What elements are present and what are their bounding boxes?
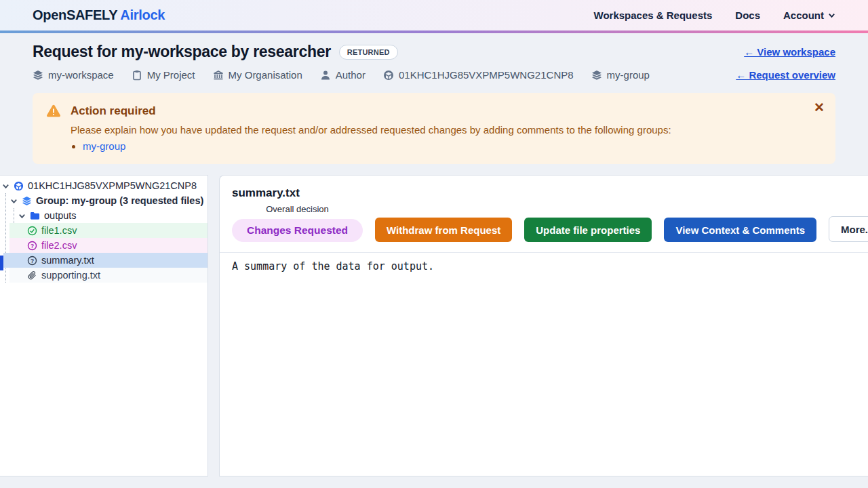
request-overview-link[interactable]: ← Request overview (736, 69, 835, 81)
tree-folder-label: outputs (44, 210, 77, 221)
file-title: summary.txt (232, 186, 856, 200)
tree-file-label: summary.txt (41, 255, 94, 266)
svg-text:?: ? (31, 242, 34, 249)
update-file-properties-button[interactable]: Update file properties (524, 218, 652, 242)
view-workspace-link[interactable]: ← View workspace (744, 46, 835, 58)
box-icon (14, 181, 24, 191)
nav-workspaces-label: Workspaces & Requests (594, 9, 713, 21)
alert-group-link[interactable]: my-group (83, 140, 125, 152)
layers-icon (591, 70, 602, 81)
app-logo[interactable]: OpenSAFELY Airlock (33, 7, 165, 23)
meta-request-id: 01KHC1HJG85VXPMP5WNG21CNP8 (383, 69, 574, 81)
layers-icon (22, 196, 32, 206)
meta-organisation-label: My Organisation (229, 69, 302, 81)
svg-text:?: ? (31, 257, 34, 264)
meta-author: 01KHC1HJG85VXPMP5WNG21CNP8 Author (320, 69, 366, 81)
tree-file-file2[interactable]: ? file2.csv (9, 238, 208, 253)
tree-file-supporting[interactable]: supporting.txt (9, 268, 208, 283)
alert-title: Action required (71, 104, 156, 118)
nav-docs[interactable]: Docs (735, 9, 760, 21)
file-tree-sidebar: 01KHC1HJG85VXPMP5WNG21CNP8 Group: my-gro… (0, 175, 208, 476)
view-context-comments-button[interactable]: View Context & Comments (664, 218, 816, 242)
decision-badge: Changes Requested (232, 219, 363, 242)
alert-group-list: my-group (83, 140, 822, 152)
chevron-down-icon (2, 182, 9, 190)
file-content: A summary of the data for output. (220, 253, 868, 280)
file-tree: 01KHC1HJG85VXPMP5WNG21CNP8 Group: my-gro… (0, 178, 208, 283)
tree-file-file1[interactable]: file1.csv (9, 223, 208, 238)
request-metadata: my-workspace My Project My Organisation … (33, 69, 650, 81)
more-button[interactable]: More... (829, 216, 868, 242)
question-circle-icon: ? (27, 241, 37, 251)
meta-group: my-group (591, 69, 650, 81)
app-header: OpenSAFELY Airlock Workspaces & Requests… (0, 0, 868, 30)
alert-group-item: my-group (83, 140, 822, 152)
tree-node-group[interactable]: Group: my-group (3 requested files) (0, 193, 208, 208)
check-circle-icon (27, 226, 37, 236)
withdraw-button[interactable]: Withdraw from Request (375, 218, 512, 242)
meta-request-id-text: 01KHC1HJG85VXPMP5WNG21CNP8 (399, 69, 574, 81)
chevron-down-icon (18, 212, 26, 220)
box-icon (383, 70, 394, 81)
folder-icon (30, 211, 40, 221)
meta-group-label: my-group (607, 69, 650, 81)
nav-docs-label: Docs (735, 9, 760, 21)
tree-root-label: 01KHC1HJG85VXPMP5WNG21CNP8 (28, 180, 197, 191)
tree-node-outputs-folder[interactable]: outputs (0, 208, 208, 223)
warning-icon (46, 104, 61, 118)
main-nav: Workspaces & Requests Docs Account (594, 9, 835, 21)
chevron-down-icon (828, 12, 835, 19)
question-circle-icon: ? (27, 256, 37, 266)
request-title-section: Request for my-workspace by researcher R… (0, 33, 868, 81)
logo-airlock: Airlock (120, 7, 165, 22)
layers-icon (33, 70, 43, 81)
meta-project: My Project (132, 69, 195, 81)
tree-file-label: file1.csv (41, 225, 77, 236)
overall-decision: Overall decision Changes Requested (232, 204, 363, 242)
tree-group-label: Group: my-group (3 requested files) (36, 195, 203, 206)
organisation-icon (213, 70, 224, 81)
tree-file-summary[interactable]: ? summary.txt (3, 253, 208, 268)
user-icon (320, 70, 331, 81)
alert-message: Please explain how you have updated the … (71, 124, 822, 136)
nav-account-menu[interactable]: Account (783, 9, 835, 21)
nav-workspaces-requests[interactable]: Workspaces & Requests (594, 9, 713, 21)
meta-author-label: Author (336, 69, 366, 81)
clipboard-icon (132, 70, 142, 81)
action-required-alert: Action required Please explain how you h… (33, 93, 835, 164)
meta-organisation: My Organisation (213, 69, 302, 81)
page-title: Request for my-workspace by researcher (33, 43, 331, 61)
file-detail-panel: summary.txt Overall decision Changes Req… (219, 175, 868, 476)
status-badge: RETURNED (339, 45, 398, 60)
meta-project-label: My Project (147, 69, 195, 81)
tree-file-label: file2.csv (41, 240, 77, 251)
meta-workspace-label: my-workspace (48, 69, 114, 81)
paperclip-icon (27, 270, 37, 281)
logo-opensafely: OpenSAFELY (33, 7, 117, 22)
more-button-label: More... (841, 224, 868, 235)
close-icon[interactable]: ✕ (814, 101, 825, 114)
nav-account-label: Account (783, 9, 824, 21)
decision-label: Overall decision (266, 204, 329, 214)
tree-node-request-id[interactable]: 01KHC1HJG85VXPMP5WNG21CNP8 (0, 178, 208, 193)
meta-workspace: my-workspace (33, 69, 114, 81)
tree-file-label: supporting.txt (41, 270, 100, 281)
chevron-down-icon (10, 197, 18, 205)
